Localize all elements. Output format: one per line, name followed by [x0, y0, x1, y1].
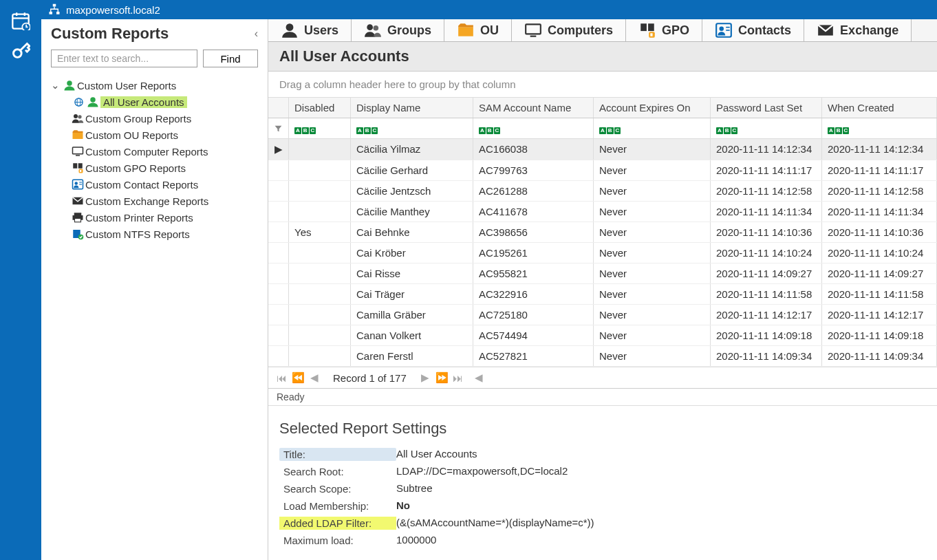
- exchange-icon: [70, 195, 85, 207]
- ntfs-icon: [70, 228, 85, 240]
- data-grid: Disabled Display Name SAM Account Name A…: [268, 98, 937, 389]
- window-title: maxpowersoft.local2: [66, 4, 160, 16]
- tree-item-all-user-accounts[interactable]: All User Accounts: [67, 94, 268, 110]
- table-row[interactable]: Cäcilie GerhardAC799763Never2020-11-11 1…: [268, 160, 937, 181]
- settings-value: LDAP://DC=maxpowersoft,DC=local2: [396, 465, 926, 478]
- tab-exchange[interactable]: Exchange: [804, 19, 912, 41]
- settings-table: Title:All User AccountsSearch Root:LDAP:…: [268, 446, 937, 560]
- tree-item[interactable]: Custom Printer Reports: [67, 209, 268, 226]
- window-title-bar: maxpowersoft.local2: [41, 0, 937, 19]
- ou-icon: [70, 129, 85, 141]
- user-icon: [62, 79, 77, 91]
- settings-label: Maximum load:: [279, 534, 396, 547]
- left-toolbar: [0, 0, 41, 560]
- key-icon[interactable]: [8, 39, 33, 63]
- table-row[interactable]: Caren FerstlAC527821Never2020-11-11 14:0…: [268, 346, 937, 367]
- settings-label: Search Root:: [279, 465, 396, 478]
- search-input[interactable]: [51, 50, 197, 67]
- globe-icon: [72, 97, 85, 107]
- settings-row: Search Root:LDAP://DC=maxpowersoft,DC=lo…: [279, 463, 926, 480]
- settings-value: (&(sAMAccountName=*)(displayName=c*)): [396, 517, 926, 530]
- settings-row: Load Membership:No: [279, 497, 926, 515]
- table-row[interactable]: Cai KröberAC195261Never2020-11-11 14:10:…: [268, 243, 937, 263]
- pager-label: Record 1 of 177: [333, 372, 407, 384]
- tab-groups[interactable]: Groups: [352, 19, 444, 41]
- sidebar: Custom Reports ‹ Find ⌄ Custom User Repo…: [41, 19, 268, 560]
- col-password-last-set[interactable]: Password Last Set: [711, 98, 822, 118]
- tree-item[interactable]: Custom GPO Reports: [67, 160, 268, 176]
- col-account-expires[interactable]: Account Expires On: [594, 98, 711, 118]
- col-display-name[interactable]: Display Name: [351, 98, 473, 118]
- table-row[interactable]: Cai RisseAC955821Never2020-11-11 14:09:2…: [268, 263, 937, 284]
- settings-value: All User Accounts: [396, 448, 926, 461]
- settings-title: Selected Report Settings: [268, 406, 937, 446]
- gpo-icon: [70, 162, 85, 174]
- calendar-icon[interactable]: [8, 8, 33, 33]
- grid-header: Disabled Display Name SAM Account Name A…: [268, 98, 937, 118]
- settings-row: Search Scope:Subtree: [279, 480, 926, 497]
- table-row[interactable]: Camilla GräberAC725180Never2020-11-11 14…: [268, 305, 937, 325]
- filter-icon[interactable]: [268, 118, 289, 138]
- tree-icon: [48, 3, 61, 16]
- computer-icon: [524, 21, 542, 39]
- pager-next-page[interactable]: ⏩: [435, 371, 448, 384]
- settings-label: Search Scope:: [279, 482, 396, 495]
- tree-root[interactable]: ⌄ Custom User Reports: [48, 77, 268, 94]
- sidebar-collapse-button[interactable]: ‹: [255, 28, 258, 40]
- pager-next[interactable]: ▶: [419, 371, 431, 384]
- settings-value: Subtree: [396, 482, 926, 495]
- find-button[interactable]: Find: [203, 50, 258, 67]
- settings-row: Title:All User Accounts: [279, 446, 926, 463]
- filter-sam[interactable]: ABC: [473, 118, 594, 138]
- pager-last[interactable]: ⏭: [452, 372, 464, 384]
- tab-users[interactable]: Users: [268, 19, 352, 41]
- tab-computers[interactable]: Computers: [512, 19, 626, 41]
- filter-wc[interactable]: ABC: [822, 118, 937, 138]
- table-row[interactable]: Canan VolkertAC574494Never2020-11-11 14:…: [268, 325, 937, 346]
- tab-contacts[interactable]: Contacts: [702, 19, 804, 41]
- col-disabled[interactable]: Disabled: [289, 98, 351, 118]
- tree-item[interactable]: Custom Group Reports: [67, 110, 268, 127]
- report-title: All User Accounts: [268, 42, 937, 72]
- filter-expires[interactable]: ABC: [594, 118, 711, 138]
- tab-ou[interactable]: OU: [444, 19, 512, 41]
- pager: ⏮ ⏪ ◀ Record 1 of 177 ▶ ⏩ ⏭ ◀: [268, 367, 937, 388]
- contact-icon: [70, 178, 85, 191]
- settings-row: Added LDAP Filter:(&(sAMAccountName=*)(d…: [279, 515, 926, 532]
- filter-disabled[interactable]: ABC: [289, 118, 351, 138]
- contact-icon: [715, 21, 733, 39]
- groups-icon: [364, 21, 382, 39]
- grid-filter-row: ABC ABC ABC ABC ABC ABC: [268, 118, 937, 139]
- pager-prev-page[interactable]: ⏪: [292, 371, 304, 384]
- settings-label: Added LDAP Filter:: [279, 517, 396, 530]
- filter-display-name[interactable]: ABC: [351, 118, 473, 138]
- tab-gpo[interactable]: GPO: [626, 19, 702, 41]
- tree-item[interactable]: Custom OU Reports: [67, 127, 268, 143]
- col-sam-account[interactable]: SAM Account Name: [473, 98, 594, 118]
- tree-item[interactable]: Custom Exchange Reports: [67, 193, 268, 209]
- users-icon: [281, 21, 299, 39]
- pager-prev[interactable]: ◀: [308, 371, 321, 384]
- settings-row: Maximum load:1000000: [279, 532, 926, 549]
- pager-scroll-left[interactable]: ◀: [473, 371, 485, 384]
- table-row[interactable]: Cäcilie JentzschAC261288Never2020-11-11 …: [268, 181, 937, 202]
- col-when-created[interactable]: When Created: [822, 98, 937, 118]
- settings-label: Title:: [279, 448, 396, 461]
- printer-icon: [70, 211, 85, 224]
- pager-first[interactable]: ⏮: [275, 372, 288, 384]
- report-tree: ⌄ Custom User Reports All User Accounts …: [41, 74, 268, 242]
- table-row[interactable]: Cai TrägerAC322916Never2020-11-11 14:11:…: [268, 284, 937, 305]
- table-row[interactable]: Cäcilie MantheyAC411678Never2020-11-11 1…: [268, 202, 937, 222]
- group-by-hint[interactable]: Drag a column header here to group by th…: [268, 72, 937, 98]
- tab-bar: UsersGroupsOUComputersGPOContactsExchang…: [268, 19, 937, 42]
- ou-icon: [457, 21, 475, 39]
- tree-item[interactable]: Custom NTFS Reports: [67, 226, 268, 242]
- table-row[interactable]: YesCai BehnkeAC398656Never2020-11-11 14:…: [268, 222, 937, 243]
- tree-item[interactable]: Custom Contact Reports: [67, 176, 268, 193]
- tree-item[interactable]: Custom Computer Reports: [67, 143, 268, 160]
- filter-pls[interactable]: ABC: [711, 118, 822, 138]
- chevron-down-icon[interactable]: ⌄: [51, 79, 62, 91]
- table-row[interactable]: ▶Cäcilia YilmazAC166038Never2020-11-11 1…: [268, 139, 937, 160]
- gpo-icon: [638, 21, 656, 39]
- groups-icon: [70, 112, 85, 125]
